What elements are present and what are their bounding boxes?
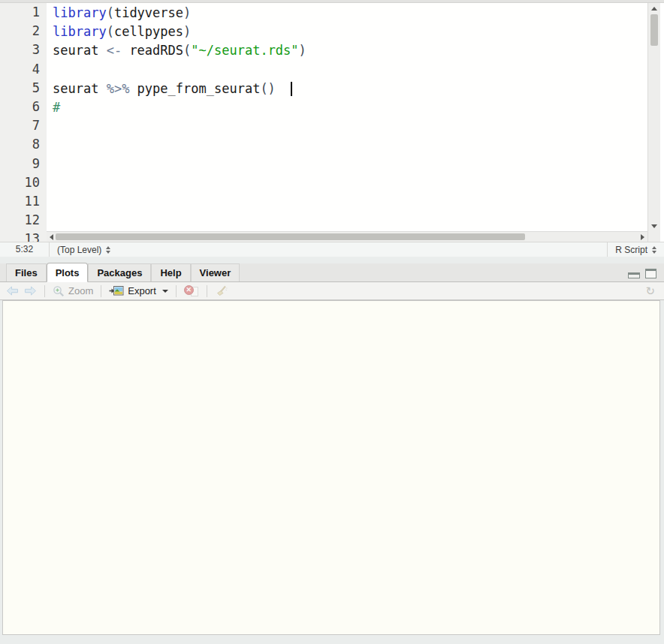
- scope-selector[interactable]: (Top Level): [50, 242, 118, 257]
- previous-plot-button[interactable]: [6, 286, 19, 296]
- red-x-icon: ✕: [184, 285, 194, 295]
- plot-display-area: [2, 300, 660, 635]
- line-number: 8: [0, 135, 40, 154]
- text-cursor: [291, 82, 292, 96]
- scroll-right-icon[interactable]: [641, 234, 644, 240]
- vertical-scrollbar[interactable]: [647, 3, 660, 231]
- line-number: 1: [0, 3, 40, 22]
- tab-plots[interactable]: Plots: [47, 263, 89, 282]
- code-line: #: [53, 98, 647, 117]
- scope-label: (Top Level): [57, 245, 101, 255]
- line-number: 11: [0, 192, 40, 211]
- zoom-plot-button[interactable]: Zoom: [53, 285, 93, 297]
- scroll-up-icon[interactable]: [651, 7, 657, 11]
- file-type-label: R Script: [615, 245, 647, 255]
- minimize-pane-icon[interactable]: [628, 272, 640, 278]
- line-number: 13: [0, 230, 40, 242]
- tab-packages[interactable]: Packages: [88, 263, 151, 281]
- line-number: 12: [0, 211, 40, 230]
- code-line: library(cellpypes): [53, 23, 647, 41]
- line-number: 10: [0, 173, 40, 192]
- plots-pane: FilesPlotsPackagesHelpViewer: [0, 263, 664, 635]
- source-editor-pane: 12345678910111213 library(tidyverse)libr…: [0, 3, 664, 257]
- line-number: 6: [0, 98, 40, 116]
- code-line: [53, 61, 647, 80]
- back-arrow-icon: [6, 286, 19, 296]
- vertical-scrollbar-thumb[interactable]: [650, 14, 658, 46]
- export-button-label: Export: [128, 285, 156, 296]
- tab-help[interactable]: Help: [151, 263, 190, 281]
- gutter: 12345678910111213: [0, 3, 47, 242]
- cursor-position-label: 5:32: [0, 242, 50, 257]
- updown-icon: [106, 246, 110, 254]
- line-number: 5: [0, 79, 40, 98]
- pane-tab-bar: FilesPlotsPackagesHelpViewer: [0, 263, 664, 282]
- horizontal-scrollbar[interactable]: [47, 231, 647, 242]
- code-line: library(tidyverse): [53, 4, 647, 23]
- editor-status-bar: 5:32 (Top Level) R Script: [0, 242, 664, 257]
- scroll-down-icon[interactable]: [651, 224, 657, 228]
- file-type-selector[interactable]: R Script: [607, 242, 664, 257]
- forward-arrow-icon: [24, 286, 37, 296]
- line-number: 7: [0, 116, 40, 135]
- remove-plot-button[interactable]: ✕: [184, 285, 199, 297]
- line-number: 4: [0, 60, 40, 79]
- updown-icon: [652, 246, 656, 254]
- export-plot-button[interactable]: Export: [109, 285, 168, 296]
- scroll-left-icon[interactable]: [50, 234, 53, 240]
- tab-files[interactable]: Files: [6, 263, 47, 281]
- maximize-pane-icon[interactable]: [645, 269, 656, 278]
- line-number: 2: [0, 22, 40, 41]
- export-image-icon: [109, 285, 124, 296]
- line-number: 3: [0, 41, 40, 59]
- magnifier-icon: [53, 285, 65, 297]
- code-line: seurat %>% pype_from_seurat(): [53, 80, 647, 98]
- horizontal-scrollbar-thumb[interactable]: [56, 233, 525, 240]
- scrollbar-corner: [647, 231, 660, 242]
- line-number: 9: [0, 155, 40, 173]
- plots-toolbar: Zoom Export ✕: [0, 282, 664, 300]
- tab-viewer[interactable]: Viewer: [191, 263, 240, 281]
- rstudio-window: 12345678910111213 library(tidyverse)libr…: [0, 0, 664, 644]
- clear-all-plots-button[interactable]: [215, 285, 228, 297]
- next-plot-button[interactable]: [24, 286, 37, 296]
- zoom-button-label: Zoom: [68, 285, 93, 296]
- code-editor[interactable]: library(tidyverse)library(cellpypes)seur…: [47, 3, 647, 231]
- broom-icon: [215, 285, 228, 297]
- refresh-plot-icon[interactable]: ↻: [645, 284, 655, 298]
- code-line: seurat <- readRDS("~/seurat.rds"): [53, 41, 647, 60]
- chevron-down-icon: [162, 290, 168, 293]
- tab-list: FilesPlotsPackagesHelpViewer: [6, 263, 240, 281]
